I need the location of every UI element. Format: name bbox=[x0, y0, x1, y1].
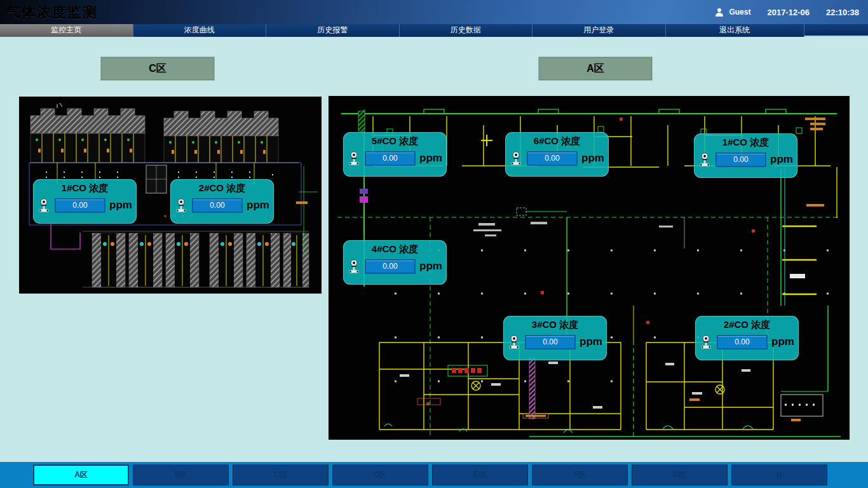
gas-detector-icon bbox=[175, 197, 187, 214]
sensor-title: 2#CO 浓度 bbox=[695, 316, 799, 331]
sensor-card-c-1co: 1#CO 浓度 0.00 ppm bbox=[33, 179, 137, 224]
zone-tab-g[interactable]: G区 bbox=[632, 464, 728, 485]
user-chip: Guest bbox=[715, 8, 750, 17]
gas-detector-icon bbox=[348, 150, 360, 166]
sensor-title: 6#CO 浓度 bbox=[505, 132, 609, 147]
tab-history-alarm[interactable]: 历史报警 bbox=[266, 24, 400, 37]
sensor-value: 0.00 bbox=[55, 198, 105, 213]
zone-header-c[interactable]: C区 bbox=[100, 57, 215, 81]
sensor-value: 0.00 bbox=[525, 335, 576, 349]
sensor-title: 4#CO 浓度 bbox=[343, 240, 447, 255]
unit-label: ppm bbox=[419, 152, 442, 165]
gas-detector-icon bbox=[510, 150, 522, 166]
gas-detector-icon bbox=[699, 151, 710, 168]
zone-tab-h[interactable]: H bbox=[731, 464, 827, 485]
zone-tab-e[interactable]: E区 bbox=[432, 464, 528, 485]
sensor-card-a-4co: 4#CO 浓度 0.00 ppm bbox=[343, 240, 447, 285]
gas-detector-icon bbox=[508, 334, 520, 350]
gas-detector-icon bbox=[700, 334, 712, 350]
unit-label: ppm bbox=[109, 199, 132, 212]
zone-tab-f[interactable]: F区 bbox=[532, 464, 628, 485]
sensor-value: 0.00 bbox=[527, 151, 578, 166]
unit-label: ppm bbox=[770, 153, 793, 166]
sensor-value: 0.00 bbox=[365, 259, 416, 274]
header-time: 22:10:38 bbox=[826, 8, 859, 17]
header-status-area: Guest 2017-12-06 22:10:38 bbox=[715, 0, 859, 24]
zone-selector-bar: A区 B区 C区 D区 E区 F区 G区 H bbox=[0, 462, 868, 488]
unit-label: ppm bbox=[581, 152, 604, 165]
unit-label: ppm bbox=[580, 336, 602, 348]
zone-header-a[interactable]: A区 bbox=[538, 57, 653, 81]
sensor-value: 0.00 bbox=[365, 151, 416, 166]
user-icon bbox=[715, 8, 724, 17]
unit-label: ppm bbox=[247, 199, 269, 212]
title-bar: 气体浓度监测 Guest 2017-12-06 22:10:38 bbox=[0, 0, 868, 24]
sensor-value: 0.00 bbox=[715, 152, 766, 167]
zone-tab-c[interactable]: C区 bbox=[233, 464, 329, 485]
sensor-title: 1#CO 浓度 bbox=[33, 179, 137, 194]
sensor-card-a-6co: 6#CO 浓度 0.00 ppm bbox=[505, 132, 609, 177]
sensor-card-a-2co: 2#CO 浓度 0.00 ppm bbox=[695, 316, 799, 360]
sensor-value: 0.00 bbox=[717, 335, 768, 349]
nav-filler bbox=[804, 24, 868, 36]
zone-tab-a[interactable]: A区 bbox=[33, 464, 129, 485]
tab-user-login[interactable]: 用户登录 bbox=[532, 24, 666, 37]
header-date: 2017-12-06 bbox=[767, 8, 810, 17]
zone-tab-d[interactable]: D区 bbox=[332, 464, 428, 485]
sensor-title: 2#CO 浓度 bbox=[170, 179, 274, 194]
sensor-title: 1#CO 浓度 bbox=[694, 133, 797, 149]
gas-detector-icon bbox=[38, 197, 50, 214]
sensor-card-a-3co: 3#CO 浓度 0.00 ppm bbox=[503, 316, 607, 360]
app-title: 气体浓度监测 bbox=[6, 3, 98, 22]
tab-monitor-home[interactable]: 监控主页 bbox=[0, 24, 133, 37]
user-name: Guest bbox=[729, 8, 750, 17]
zone-tab-b[interactable]: B区 bbox=[133, 464, 229, 485]
tab-concentration-curve[interactable]: 浓度曲线 bbox=[133, 24, 267, 37]
tab-exit-system[interactable]: 退出系统 bbox=[666, 24, 804, 37]
sensor-title: 5#CO 浓度 bbox=[343, 132, 447, 147]
unit-label: ppm bbox=[771, 336, 794, 348]
gas-detector-icon bbox=[348, 258, 360, 274]
tab-history-data[interactable]: 历史数据 bbox=[400, 24, 533, 37]
sensor-title: 3#CO 浓度 bbox=[503, 316, 607, 331]
sensor-card-a-5co: 5#CO 浓度 0.00 ppm bbox=[343, 132, 447, 177]
sensor-card-a-1co: 1#CO 浓度 0.00 ppm bbox=[694, 133, 797, 178]
unit-label: ppm bbox=[419, 260, 442, 273]
sensor-card-c-2co: 2#CO 浓度 0.00 ppm bbox=[170, 179, 274, 224]
main-nav: 监控主页 浓度曲线 历史报警 历史数据 用户登录 退出系统 bbox=[0, 24, 868, 37]
sensor-value: 0.00 bbox=[192, 198, 243, 213]
